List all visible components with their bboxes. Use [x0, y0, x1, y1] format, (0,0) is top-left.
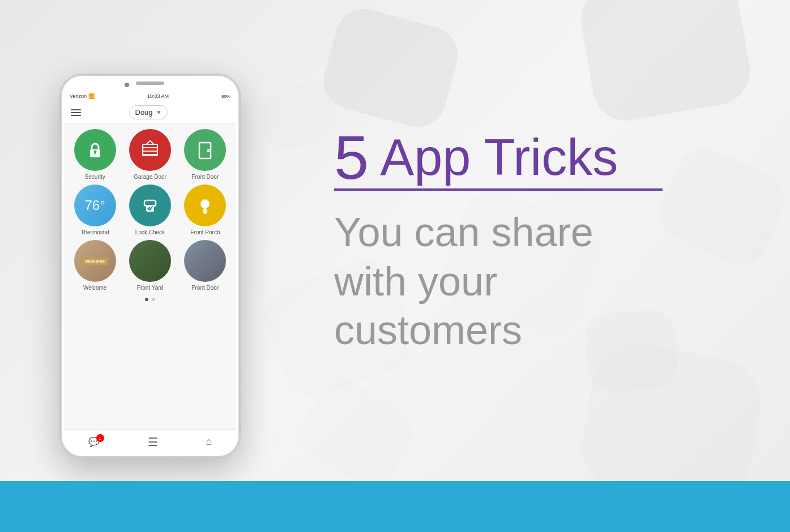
app-bottom-nav: 💬 1 ☰ ⌂: [64, 429, 236, 454]
camera-item-front-door-cam[interactable]: Front Door: [180, 240, 230, 291]
user-name-label: Doug: [135, 108, 153, 117]
subtitle-line3: customers: [334, 306, 593, 354]
footer-bar: [0, 481, 790, 532]
svg-rect-2: [95, 152, 96, 155]
dot-1[interactable]: [145, 298, 148, 301]
app-grid-row2: 76° Thermostat: [70, 185, 230, 235]
front-porch-label: Front Porch: [190, 229, 220, 235]
camera-item-welcome[interactable]: Welcome Welcome: [70, 240, 120, 291]
front-door-cam-bg: [184, 240, 226, 282]
svg-rect-4: [143, 145, 157, 147]
front-yard-label: Front Yard: [137, 285, 163, 291]
front-yard-thumb: [129, 240, 171, 282]
app-header: Doug ▼: [64, 102, 236, 123]
front-door-icon-circle: [184, 129, 226, 171]
svg-rect-6: [143, 152, 157, 154]
app-item-lock-check[interactable]: Lock Check: [125, 185, 175, 235]
welcome-text-overlay: Welcome: [82, 258, 108, 265]
front-porch-icon-circle: [184, 185, 226, 226]
heading-underline: [334, 188, 663, 191]
camera-item-front-yard[interactable]: Front Yard: [125, 240, 175, 291]
wifi-icon: 📶: [88, 93, 95, 99]
camera-grid: Welcome Welcome Front Yard: [70, 240, 230, 291]
front-door-cam-thumb: [184, 240, 226, 282]
app-item-garage-door[interactable]: Garage Door: [125, 129, 175, 180]
security-label: Security: [85, 174, 105, 180]
status-right: 89%: [221, 94, 230, 99]
garage-door-icon-circle: [129, 129, 171, 171]
right-panel: 5 App Tricks You can share with your cus…: [300, 0, 790, 481]
subtitle: You can share with your customers: [334, 208, 593, 354]
thermostat-value: 76°: [85, 198, 105, 213]
lock-check-icon-circle: [129, 185, 171, 226]
list-icon: ☰: [148, 435, 158, 449]
chevron-down-icon: ▼: [156, 109, 162, 115]
app-item-front-door[interactable]: Front Door: [180, 129, 230, 180]
svg-rect-5: [143, 148, 157, 151]
number-5: 5: [334, 126, 369, 188]
front-yard-cam-bg: [129, 240, 171, 282]
home-icon: ⌂: [206, 436, 212, 448]
welcome-label: Welcome: [83, 285, 107, 291]
status-bar: Verizon 📶 10:03 AM 89%: [64, 91, 236, 102]
front-door-cam-label: Front Door: [191, 285, 219, 291]
phone: Verizon 📶 10:03 AM 89% Doug ▼: [59, 74, 241, 458]
thermostat-icon-circle: 76°: [74, 185, 116, 226]
security-icon-circle: [74, 129, 116, 171]
app-item-thermostat[interactable]: 76° Thermostat: [70, 185, 120, 235]
subtitle-line1: You can share: [334, 208, 593, 256]
pagination-dots: [70, 295, 230, 303]
app-grid-row1: Security Garag: [70, 129, 230, 180]
phone-speaker: [136, 81, 164, 85]
nav-list[interactable]: ☰: [148, 435, 158, 449]
welcome-thumb: Welcome: [74, 240, 116, 282]
battery-label: 89%: [221, 94, 230, 99]
app-item-security[interactable]: Security: [70, 129, 120, 180]
garage-door-label: Garage Door: [134, 174, 166, 180]
welcome-cam-bg: Welcome: [74, 240, 116, 282]
svg-rect-15: [203, 208, 207, 214]
app-content: Security Garag: [64, 123, 236, 429]
nav-messages[interactable]: 💬 1: [88, 436, 100, 447]
user-dropdown[interactable]: Doug ▼: [129, 105, 168, 119]
thermostat-label: Thermostat: [80, 229, 109, 235]
messages-badge: 1: [96, 434, 104, 442]
subtitle-line2: with your: [334, 257, 593, 306]
dot-2[interactable]: [152, 298, 155, 301]
front-door-label: Front Door: [191, 174, 219, 180]
phone-container: Verizon 📶 10:03 AM 89% Doug ▼: [0, 0, 300, 532]
phone-camera: [125, 83, 129, 87]
status-time: 10:03 AM: [147, 93, 169, 99]
lock-check-label: Lock Check: [135, 229, 165, 235]
app-tricks-heading: App Tricks: [380, 132, 618, 183]
status-left: Verizon 📶: [70, 93, 95, 99]
phone-screen: Verizon 📶 10:03 AM 89% Doug ▼: [64, 91, 236, 454]
nav-home[interactable]: ⌂: [206, 436, 212, 448]
carrier-label: Verizon: [70, 93, 87, 99]
main-heading-row: 5 App Tricks: [334, 126, 618, 188]
app-item-front-porch[interactable]: Front Porch: [180, 185, 230, 235]
hamburger-menu-icon[interactable]: [71, 109, 81, 116]
